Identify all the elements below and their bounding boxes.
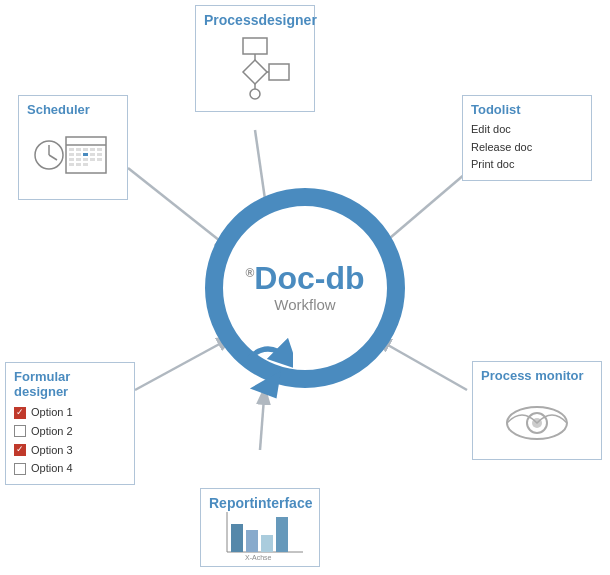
checkbox-3: ✓: [14, 444, 26, 456]
svg-rect-31: [69, 158, 74, 161]
svg-rect-44: [231, 524, 243, 552]
checkbox-4: [14, 463, 26, 475]
process-monitor-title: Process monitor: [481, 368, 593, 383]
svg-rect-37: [76, 163, 81, 166]
form-option-4: Option 4: [14, 459, 126, 478]
svg-line-18: [49, 155, 57, 160]
svg-rect-23: [83, 148, 88, 151]
svg-line-5: [135, 335, 236, 390]
module-reportinterface: Reportinterface X-Achse: [200, 488, 320, 567]
svg-marker-10: [243, 60, 267, 84]
formular-options: ✓ Option 1 Option 2 ✓ Option 3 Option 4: [14, 403, 126, 478]
checkbox-1: ✓: [14, 407, 26, 419]
svg-rect-30: [97, 153, 102, 156]
module-formular-designer: Formular designer ✓ Option 1 Option 2 ✓ …: [5, 362, 135, 485]
svg-rect-34: [90, 158, 95, 161]
todo-item-1: Edit doc: [471, 121, 583, 139]
form-option-2: Option 2: [14, 422, 126, 441]
svg-rect-35: [97, 158, 102, 161]
trademark-symbol: ®: [245, 266, 254, 280]
report-chart: X-Achse: [209, 515, 311, 560]
diagram-container: ®Doc-db Workflow Processdesigner: [0, 0, 610, 575]
todo-item-2: Release doc: [471, 139, 583, 157]
form-option-1: ✓ Option 1: [14, 403, 126, 422]
svg-point-12: [250, 89, 260, 99]
todolist-items: Edit doc Release doc Print doc: [471, 121, 583, 174]
scheduler-title: Scheduler: [27, 102, 119, 117]
todo-item-3: Print doc: [471, 156, 583, 174]
process-flow-svg: [215, 36, 295, 101]
processdesigner-title: Processdesigner: [204, 12, 306, 28]
svg-rect-32: [76, 158, 81, 161]
svg-rect-47: [276, 517, 288, 552]
reportinterface-title: Reportinterface: [209, 495, 311, 511]
svg-rect-29: [90, 153, 95, 156]
svg-rect-21: [69, 148, 74, 151]
svg-rect-22: [76, 148, 81, 151]
module-todolist: Todolist Edit doc Release doc Print doc: [462, 95, 592, 181]
svg-rect-36: [69, 163, 74, 166]
svg-rect-9: [243, 38, 267, 54]
svg-rect-28: [83, 153, 88, 156]
formular-title: Formular designer: [14, 369, 126, 399]
module-processdesigner: Processdesigner: [195, 5, 315, 112]
svg-rect-33: [83, 158, 88, 161]
module-process-monitor: Process monitor: [472, 361, 602, 460]
svg-rect-38: [83, 163, 88, 166]
form-option-3: ✓ Option 3: [14, 441, 126, 460]
svg-rect-46: [261, 535, 273, 552]
center-circle: ®Doc-db Workflow: [205, 188, 405, 388]
todolist-title: Todolist: [471, 102, 583, 117]
calendar-svg: [31, 125, 111, 185]
chart-svg: X-Achse: [215, 510, 305, 560]
processdesigner-icon: [204, 32, 306, 105]
checkbox-2: [14, 425, 26, 437]
scheduler-icon: [27, 121, 119, 193]
svg-rect-45: [246, 530, 258, 552]
svg-text:X-Achse: X-Achse: [245, 554, 272, 560]
svg-rect-24: [90, 148, 95, 151]
eye-icon: [481, 387, 593, 453]
svg-rect-26: [69, 153, 74, 156]
svg-rect-27: [76, 153, 81, 156]
svg-rect-11: [269, 64, 289, 80]
brand-name: ®Doc-db: [245, 262, 364, 294]
eye-svg: [497, 395, 577, 445]
circle-arrow-indicator: [243, 334, 293, 384]
module-scheduler: Scheduler: [18, 95, 128, 200]
svg-rect-25: [97, 148, 102, 151]
brand-subtitle: Workflow: [274, 296, 335, 313]
